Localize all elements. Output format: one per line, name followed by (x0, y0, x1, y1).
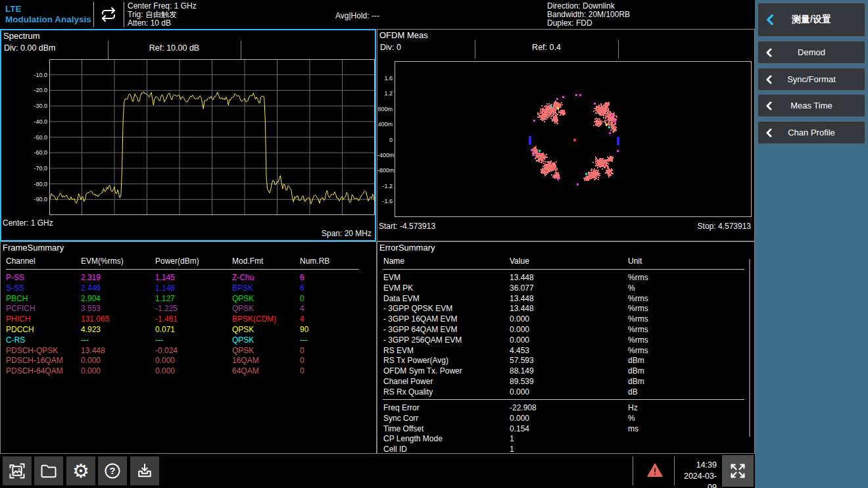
sidebar-item-chan-profile[interactable]: Chan Profile (758, 121, 865, 144)
toolbar-separator (633, 456, 633, 485)
repeat-icon[interactable] (97, 5, 120, 24)
table-cell: 13.448 (510, 294, 628, 305)
frame-summary-header-row: ChannelEVM(%rms)Power(dBm)Mod.FmtNum.RB (6, 256, 359, 267)
table-cell: 6 (300, 283, 359, 294)
table-cell: 64QAM (232, 366, 300, 377)
table-cell: 88.149 (510, 366, 628, 377)
error-summary-row: EVM PK36.077% (383, 283, 733, 294)
clock: 14:39 2024-03-09 (676, 460, 717, 488)
table-divider (383, 269, 744, 270)
ofdm-y-tick: -1.2 (377, 183, 393, 189)
sidebar-item-measure-setup[interactable]: 测量/设置 (758, 3, 865, 37)
table-cell: 13.448 (510, 304, 628, 314)
header-divider (475, 40, 475, 59)
table-cell: QPSK (232, 294, 300, 305)
spectrum-y-tick: -10.0 (28, 72, 47, 78)
table-cell: 3.553 (81, 304, 155, 314)
frame-summary-row: PHICH131.065-1.461BPSK(CDM)4 (6, 314, 359, 325)
table-cell: 0.000 (155, 366, 232, 377)
error-summary-title: ErrorSummary (379, 243, 435, 253)
table-cell: 0.000 (510, 314, 628, 325)
ofdm-y-tick: 1.2 (377, 90, 393, 97)
screenshot-icon[interactable] (3, 456, 32, 485)
table-cell: 0 (300, 346, 359, 356)
table-cell: Value (510, 256, 628, 267)
spectrum-panel[interactable]: Spectrum Div: 0.00 dBm Ref: 10.00 dB -10… (0, 29, 376, 241)
error-summary-row: - 3GPP 16QAM EVM0.000%rms (383, 314, 733, 325)
table-cell: - 3GPP QPSK EVM (383, 304, 510, 314)
duplex-readout: Duplex: FDD (547, 19, 630, 28)
gear-icon[interactable]: ⚙ (66, 456, 95, 485)
table-cell: --- (155, 335, 232, 346)
table-cell: Sync Corr (383, 414, 510, 424)
spectrum-panel-title: Spectrum (3, 31, 40, 41)
expand-icon[interactable] (722, 455, 754, 487)
avg-hold-readout: Avg|Hold: --- (335, 11, 379, 20)
right-sidebar: 测量/设置DemodSync/FormatMeas TimeChan Profi… (755, 0, 868, 488)
table-cell: P-SS (6, 273, 81, 283)
svg-text:?: ? (110, 466, 116, 476)
table-cell: 0.071 (155, 325, 232, 335)
table-cell: 0.000 (510, 335, 628, 346)
table-cell: RS EVM (383, 346, 510, 356)
table-cell: %rms (628, 335, 733, 346)
table-cell: PDSCH-16QAM (6, 356, 81, 366)
frame-summary-row: PDSCH-QPSK13.448-0.024QPSK0 (6, 346, 359, 356)
spectrum-y-tick: -60.0 (28, 149, 47, 156)
app-title: LTE Modulation Analysis (5, 4, 91, 25)
save-icon[interactable] (130, 456, 159, 485)
ofdm-div-readout: Div: 0 (380, 40, 401, 59)
ofdm-meas-panel[interactable]: OFDM Meas Div: 0 Ref: 0.4 1.61.2800m400m… (377, 29, 755, 241)
error-summary-row: - 3GPP 64QAM EVM0.000%rms (383, 325, 733, 335)
ofdm-y-tick: 0 (377, 137, 393, 143)
table-cell: BPSK(CDM) (232, 314, 300, 325)
table-divider (6, 269, 359, 270)
spectrum-y-tick: -40.0 (28, 118, 47, 125)
sidebar-item-demod[interactable]: Demod (758, 41, 865, 64)
table-cell: Chanel Power (383, 377, 510, 387)
table-cell: -1.461 (155, 314, 232, 325)
table-cell: 36.077 (510, 283, 628, 294)
ofdm-y-tick: 400m (377, 121, 393, 128)
table-cell: Unit (628, 256, 733, 267)
error-summary-panel[interactable]: ErrorSummary NameValueUnit EVM13.448%rms… (377, 241, 755, 454)
table-cell: - 3GPP 64QAM EVM (383, 325, 510, 335)
warning-icon[interactable] (646, 462, 663, 479)
ofdm-stop-label: Stop: 4.573913 (698, 222, 751, 231)
frame-summary-row: PDSCH-16QAM0.0000.00016QAM0 (6, 356, 359, 366)
sidebar-item-meas-time[interactable]: Meas Time (758, 94, 865, 117)
table-cell: 2.904 (81, 294, 155, 305)
error-summary-rows: EVM13.448%rmsEVM PK36.077%Data EVM13.448… (383, 273, 733, 398)
table-cell: Z-Chu (232, 273, 300, 283)
time-readout: 14:39 (676, 460, 717, 471)
table-cell: % (628, 414, 733, 424)
ofdm-y-tick: -800m (377, 167, 393, 174)
table-cell: %rms (628, 273, 733, 283)
frame-summary-header: ChannelEVM(%rms)Power(dBm)Mod.FmtNum.RB (6, 256, 359, 267)
sidebar-item-label: Sync/Format (787, 74, 836, 84)
atten-readout: Atten: 10 dB (128, 19, 197, 28)
help-icon[interactable]: ? (98, 456, 127, 485)
table-cell: 1.145 (155, 273, 232, 283)
folder-icon[interactable] (34, 456, 63, 485)
table-cell: %rms (628, 294, 733, 305)
frame-summary-row: S-SS2.4491.148BPSK6 (6, 283, 359, 294)
frame-summary-panel[interactable]: FrameSummary ChannelEVM(%rms)Power(dBm)M… (0, 241, 377, 454)
constellation-plot[interactable] (395, 61, 752, 217)
table-cell: EVM (383, 273, 510, 283)
table-cell: 0.000 (81, 356, 155, 366)
table-cell: %rms (628, 304, 733, 314)
table-cell: %rms (628, 325, 733, 335)
table-cell: dBm (628, 366, 733, 377)
spectrum-plot[interactable] (49, 59, 375, 215)
spectrum-center-label: Center: 1 GHz (3, 218, 53, 228)
error-summary-header-row: NameValueUnit (383, 256, 733, 267)
table-cell: 6 (300, 273, 359, 283)
table-cell: Hz (628, 403, 733, 414)
sidebar-item-sync-format[interactable]: Sync/Format (758, 68, 865, 91)
freq-info-block: Center Freq: 1 GHz Trig: 自由触发 Atten: 10 … (128, 2, 197, 28)
table-cell: QPSK (232, 346, 300, 356)
ofdm-panel-title: OFDM Meas (379, 30, 428, 40)
table-cell: % (628, 283, 733, 294)
scrollbar[interactable] (749, 259, 750, 437)
